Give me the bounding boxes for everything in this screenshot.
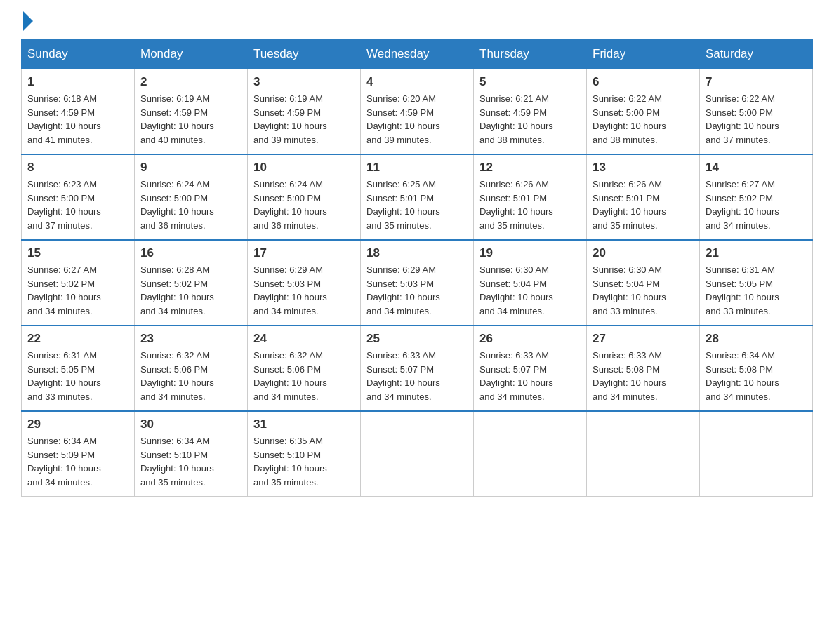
day-number: 10 [253, 161, 355, 175]
calendar-cell [587, 411, 700, 497]
header-cell-friday: Friday [587, 40, 700, 69]
calendar-cell: 14 Sunrise: 6:27 AMSunset: 5:02 PMDaylig… [700, 154, 813, 240]
day-number: 27 [593, 332, 694, 346]
day-number: 14 [706, 161, 807, 175]
day-info: Sunrise: 6:30 AMSunset: 5:04 PMDaylight:… [479, 263, 581, 318]
day-info: Sunrise: 6:34 AMSunset: 5:10 PMDaylight:… [140, 434, 241, 489]
calendar-cell: 20 Sunrise: 6:30 AMSunset: 5:04 PMDaylig… [587, 240, 700, 326]
calendar-cell: 4 Sunrise: 6:20 AMSunset: 4:59 PMDayligh… [361, 69, 474, 154]
calendar-cell: 7 Sunrise: 6:22 AMSunset: 5:00 PMDayligh… [700, 69, 813, 154]
day-number: 23 [140, 332, 241, 346]
calendar-cell: 19 Sunrise: 6:30 AMSunset: 5:04 PMDaylig… [474, 240, 587, 326]
day-number: 28 [706, 332, 807, 346]
day-number: 12 [479, 161, 581, 175]
calendar-cell: 21 Sunrise: 6:31 AMSunset: 5:05 PMDaylig… [700, 240, 813, 326]
day-info: Sunrise: 6:29 AMSunset: 5:03 PMDaylight:… [366, 263, 468, 318]
calendar-cell: 18 Sunrise: 6:29 AMSunset: 5:03 PMDaylig… [361, 240, 474, 326]
calendar-table: SundayMondayTuesdayWednesdayThursdayFrid… [21, 39, 813, 497]
day-info: Sunrise: 6:24 AMSunset: 5:00 PMDaylight:… [253, 177, 355, 232]
calendar-cell: 16 Sunrise: 6:28 AMSunset: 5:02 PMDaylig… [135, 240, 248, 326]
day-info: Sunrise: 6:19 AMSunset: 4:59 PMDaylight:… [140, 92, 241, 147]
calendar-cell: 28 Sunrise: 6:34 AMSunset: 5:08 PMDaylig… [700, 326, 813, 411]
header-cell-thursday: Thursday [474, 40, 587, 69]
day-info: Sunrise: 6:24 AMSunset: 5:00 PMDaylight:… [140, 177, 241, 232]
calendar-cell: 24 Sunrise: 6:32 AMSunset: 5:06 PMDaylig… [248, 326, 361, 411]
calendar-cell: 22 Sunrise: 6:31 AMSunset: 5:05 PMDaylig… [22, 326, 135, 411]
day-number: 8 [27, 161, 128, 175]
day-number: 20 [593, 246, 694, 260]
day-number: 25 [366, 332, 468, 346]
day-number: 17 [253, 246, 355, 260]
day-number: 4 [366, 75, 468, 89]
calendar-week-5: 29 Sunrise: 6:34 AMSunset: 5:09 PMDaylig… [22, 411, 813, 497]
day-info: Sunrise: 6:25 AMSunset: 5:01 PMDaylight:… [366, 177, 468, 232]
day-number: 18 [366, 246, 468, 260]
calendar-cell: 17 Sunrise: 6:29 AMSunset: 5:03 PMDaylig… [248, 240, 361, 326]
day-info: Sunrise: 6:32 AMSunset: 5:06 PMDaylight:… [140, 349, 241, 403]
day-info: Sunrise: 6:32 AMSunset: 5:06 PMDaylight:… [253, 349, 355, 403]
day-info: Sunrise: 6:34 AMSunset: 5:09 PMDaylight:… [27, 434, 128, 489]
day-number: 9 [140, 161, 241, 175]
calendar-cell: 10 Sunrise: 6:24 AMSunset: 5:00 PMDaylig… [248, 154, 361, 240]
header-cell-sunday: Sunday [22, 40, 135, 69]
day-info: Sunrise: 6:27 AMSunset: 5:02 PMDaylight:… [27, 263, 128, 318]
calendar-cell: 31 Sunrise: 6:35 AMSunset: 5:10 PMDaylig… [248, 411, 361, 497]
day-number: 3 [253, 75, 355, 89]
header-cell-saturday: Saturday [700, 40, 813, 69]
day-number: 19 [479, 246, 581, 260]
calendar-header: SundayMondayTuesdayWednesdayThursdayFrid… [22, 40, 813, 69]
calendar-week-2: 8 Sunrise: 6:23 AMSunset: 5:00 PMDayligh… [22, 154, 813, 240]
day-info: Sunrise: 6:27 AMSunset: 5:02 PMDaylight:… [706, 177, 807, 232]
calendar-cell [700, 411, 813, 497]
day-info: Sunrise: 6:35 AMSunset: 5:10 PMDaylight:… [253, 434, 355, 489]
header-cell-wednesday: Wednesday [361, 40, 474, 69]
calendar-week-4: 22 Sunrise: 6:31 AMSunset: 5:05 PMDaylig… [22, 326, 813, 411]
day-info: Sunrise: 6:31 AMSunset: 5:05 PMDaylight:… [27, 349, 128, 403]
calendar-cell: 26 Sunrise: 6:33 AMSunset: 5:07 PMDaylig… [474, 326, 587, 411]
day-number: 2 [140, 75, 241, 89]
day-info: Sunrise: 6:20 AMSunset: 4:59 PMDaylight:… [366, 92, 468, 147]
page-header [21, 14, 813, 27]
day-info: Sunrise: 6:34 AMSunset: 5:08 PMDaylight:… [706, 349, 807, 403]
day-number: 16 [140, 246, 241, 260]
day-number: 13 [593, 161, 694, 175]
day-number: 30 [140, 417, 241, 431]
calendar-cell: 5 Sunrise: 6:21 AMSunset: 4:59 PMDayligh… [474, 69, 587, 154]
day-number: 29 [27, 417, 128, 431]
day-info: Sunrise: 6:28 AMSunset: 5:02 PMDaylight:… [140, 263, 241, 318]
day-info: Sunrise: 6:30 AMSunset: 5:04 PMDaylight:… [593, 263, 694, 318]
header-cell-tuesday: Tuesday [248, 40, 361, 69]
calendar-cell [361, 411, 474, 497]
day-number: 24 [253, 332, 355, 346]
calendar-cell: 9 Sunrise: 6:24 AMSunset: 5:00 PMDayligh… [135, 154, 248, 240]
day-info: Sunrise: 6:21 AMSunset: 4:59 PMDaylight:… [479, 92, 581, 147]
logo-arrow-icon [23, 11, 33, 31]
day-info: Sunrise: 6:29 AMSunset: 5:03 PMDaylight:… [253, 263, 355, 318]
day-info: Sunrise: 6:26 AMSunset: 5:01 PMDaylight:… [593, 177, 694, 232]
calendar-cell: 23 Sunrise: 6:32 AMSunset: 5:06 PMDaylig… [135, 326, 248, 411]
calendar-body: 1 Sunrise: 6:18 AMSunset: 4:59 PMDayligh… [22, 69, 813, 497]
day-number: 15 [27, 246, 128, 260]
calendar-cell: 6 Sunrise: 6:22 AMSunset: 5:00 PMDayligh… [587, 69, 700, 154]
header-row: SundayMondayTuesdayWednesdayThursdayFrid… [22, 40, 813, 69]
calendar-week-3: 15 Sunrise: 6:27 AMSunset: 5:02 PMDaylig… [22, 240, 813, 326]
header-cell-monday: Monday [135, 40, 248, 69]
calendar-cell: 27 Sunrise: 6:33 AMSunset: 5:08 PMDaylig… [587, 326, 700, 411]
day-number: 22 [27, 332, 128, 346]
day-number: 1 [27, 75, 128, 89]
day-info: Sunrise: 6:33 AMSunset: 5:08 PMDaylight:… [593, 349, 694, 403]
calendar-cell: 8 Sunrise: 6:23 AMSunset: 5:00 PMDayligh… [22, 154, 135, 240]
calendar-cell: 13 Sunrise: 6:26 AMSunset: 5:01 PMDaylig… [587, 154, 700, 240]
day-info: Sunrise: 6:26 AMSunset: 5:01 PMDaylight:… [479, 177, 581, 232]
day-number: 31 [253, 417, 355, 431]
calendar-cell: 1 Sunrise: 6:18 AMSunset: 4:59 PMDayligh… [22, 69, 135, 154]
day-number: 7 [706, 75, 807, 89]
day-info: Sunrise: 6:19 AMSunset: 4:59 PMDaylight:… [253, 92, 355, 147]
day-info: Sunrise: 6:31 AMSunset: 5:05 PMDaylight:… [706, 263, 807, 318]
day-number: 11 [366, 161, 468, 175]
calendar-cell: 2 Sunrise: 6:19 AMSunset: 4:59 PMDayligh… [135, 69, 248, 154]
calendar-cell: 11 Sunrise: 6:25 AMSunset: 5:01 PMDaylig… [361, 154, 474, 240]
calendar-cell: 3 Sunrise: 6:19 AMSunset: 4:59 PMDayligh… [248, 69, 361, 154]
calendar-cell: 29 Sunrise: 6:34 AMSunset: 5:09 PMDaylig… [22, 411, 135, 497]
day-number: 26 [479, 332, 581, 346]
